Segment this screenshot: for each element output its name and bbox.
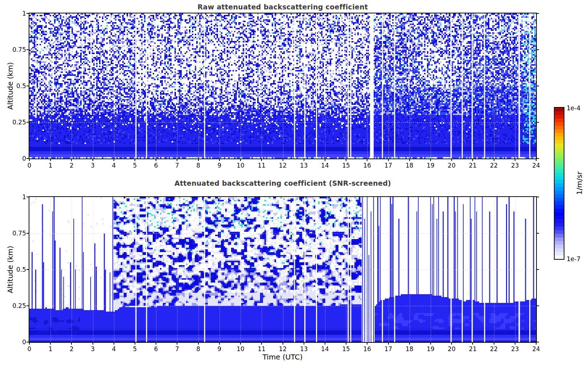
x-tick-mark (536, 343, 536, 345)
x-tick-mark (515, 343, 515, 345)
y-tick-label: 0.25 (9, 119, 26, 126)
figure: Raw attenuated backscattering coefficien… (0, 0, 588, 370)
x-tick-mark (219, 159, 220, 161)
x-tick-label: 14 (319, 345, 331, 353)
x-tick-label: 5 (129, 162, 141, 169)
x-tick-mark (71, 343, 72, 345)
x-tick-mark (430, 159, 431, 161)
x-tick-label: 16 (361, 162, 373, 169)
x-tick-label: 19 (424, 162, 437, 169)
x-tick-label: 7 (171, 345, 183, 353)
x-tick-label: 5 (129, 345, 141, 353)
x-tick-mark (50, 159, 51, 161)
x-tick-mark (515, 159, 515, 161)
raw-heatmap-canvas (29, 13, 536, 159)
x-tick-label: 17 (382, 162, 395, 169)
x-tick-mark (114, 159, 114, 161)
x-tick-label: 20 (445, 345, 458, 353)
x-tick-label: 21 (466, 345, 479, 353)
x-tick-mark (261, 159, 262, 161)
colorbar-canvas (555, 108, 564, 259)
x-tick-label: 1 (44, 162, 57, 169)
y-tick-mark-right (537, 197, 539, 197)
x-tick-mark (219, 343, 220, 345)
y-tick-mark (26, 197, 29, 197)
x-tick-label: 19 (424, 345, 437, 353)
y-tick-mark (26, 269, 29, 270)
x-tick-mark (409, 159, 410, 161)
x-tick-label: 4 (108, 162, 120, 169)
x-tick-mark (304, 343, 304, 345)
x-tick-mark (536, 159, 536, 161)
x-tick-label: 21 (466, 162, 479, 169)
x-tick-label: 18 (403, 162, 416, 169)
x-tick-label: 6 (150, 162, 162, 169)
y-tick-mark (26, 86, 29, 86)
x-tick-mark (29, 343, 30, 345)
x-tick-mark (472, 159, 473, 161)
x-tick-mark (304, 159, 304, 161)
x-tick-mark (114, 343, 114, 345)
x-tick-label: 0 (23, 162, 36, 169)
raw-plot-title: Raw attenuated backscattering coefficien… (29, 3, 536, 11)
x-tick-mark (177, 159, 177, 161)
x-tick-mark (92, 343, 93, 345)
y-tick-label: 0 (9, 155, 26, 162)
x-tick-label: 23 (509, 345, 521, 353)
x-tick-label: 4 (108, 345, 120, 353)
colorbar-max-tick: 1e-4 (567, 104, 580, 112)
colorbar-min-tick: 1e-7 (567, 255, 580, 263)
x-tick-label: 3 (87, 345, 99, 353)
x-tick-mark (50, 343, 51, 345)
x-tick-label: 8 (192, 162, 205, 169)
x-tick-mark (346, 159, 346, 161)
x-tick-label: 22 (488, 345, 500, 353)
x-tick-label: 2 (65, 345, 78, 353)
x-tick-mark (177, 343, 177, 345)
y-tick-mark-right (537, 158, 539, 159)
x-tick-mark (388, 343, 389, 345)
x-tick-mark (198, 159, 199, 161)
y-tick-mark-right (537, 49, 539, 50)
x-tick-mark (325, 343, 325, 345)
y-tick-label: 0.75 (9, 46, 26, 53)
x-tick-mark (472, 343, 473, 345)
x-tick-mark (451, 159, 452, 161)
x-tick-mark (494, 159, 494, 161)
y-tick-mark-right (537, 305, 539, 306)
x-tick-label: 24 (530, 345, 542, 353)
x-tick-label: 12 (277, 345, 289, 353)
x-tick-label: 12 (277, 162, 289, 169)
x-tick-mark (283, 343, 283, 345)
x-tick-mark (71, 159, 72, 161)
x-tick-label: 0 (23, 345, 36, 353)
x-tick-mark (29, 159, 30, 161)
y-tick-label: 0.5 (9, 82, 26, 90)
y-tick-mark-right (537, 13, 539, 14)
x-tick-mark (92, 159, 93, 161)
x-tick-label: 13 (298, 345, 310, 353)
x-tick-mark (430, 343, 431, 345)
y-tick-mark (26, 233, 29, 234)
x-tick-mark (135, 343, 135, 345)
y-tick-mark (26, 49, 29, 50)
x-tick-label: 22 (488, 162, 500, 169)
x-tick-mark (240, 343, 241, 345)
x-tick-label: 7 (171, 162, 183, 169)
x-tick-mark (156, 159, 156, 161)
y-tick-mark-right (537, 86, 539, 86)
x-tick-label: 18 (403, 345, 416, 353)
x-tick-label: 3 (87, 162, 99, 169)
y-tick-mark (26, 122, 29, 123)
x-tick-label: 10 (234, 345, 247, 353)
x-tick-mark (198, 343, 199, 345)
x-tick-mark (325, 159, 325, 161)
x-tick-label: 11 (255, 345, 268, 353)
y-tick-label: 0 (9, 338, 26, 346)
x-tick-label: 15 (340, 345, 352, 353)
x-tick-label: 20 (445, 162, 458, 169)
x-tick-mark (240, 159, 241, 161)
x-tick-label: 2 (65, 162, 78, 169)
x-tick-label: 15 (340, 162, 352, 169)
x-tick-mark (346, 343, 346, 345)
